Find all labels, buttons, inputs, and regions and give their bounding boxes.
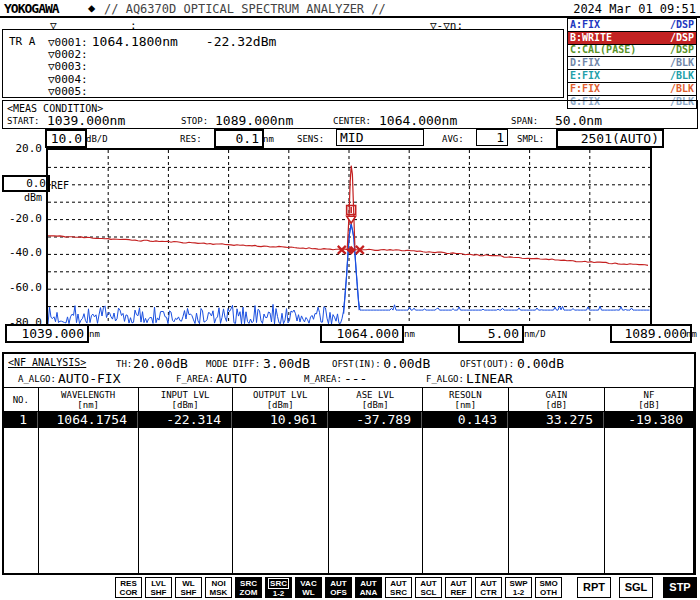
softkey-smo-oth[interactable]: SMOOTH xyxy=(535,577,562,598)
repeat-sweep-button[interactable]: RPT xyxy=(577,577,611,598)
nf-empty-col xyxy=(139,428,233,574)
trace-state-label: A:FIX xyxy=(570,20,600,30)
res-field[interactable]: 0.1 xyxy=(214,129,264,148)
softkey-line1: LVL xyxy=(151,579,166,588)
res-unit: nm xyxy=(263,134,274,144)
nf-param-value: 0.00dB xyxy=(517,356,564,371)
softkey-line1: VAC xyxy=(300,579,316,588)
nf-param-label: OFST(IN): xyxy=(332,359,381,369)
softkey-line1: RES xyxy=(120,579,136,588)
softkey-aut-src[interactable]: AUTSRC xyxy=(385,577,412,598)
osa-screen: YOKOGAWA ◆ // AQ6370D OPTICAL SPECTRUM A… xyxy=(0,0,700,600)
y-tick-20.0: 20.0 xyxy=(0,142,42,155)
softkey-lvl-shf[interactable]: LVLSHF xyxy=(145,577,172,598)
x-start-unit: nm xyxy=(89,329,100,339)
nf-param-label: OFST(OUT): xyxy=(460,359,514,369)
softkey-line2: ZOM xyxy=(240,588,258,597)
softkey-line1: AUT xyxy=(330,579,346,588)
y-axis-unit: dBm xyxy=(0,192,42,203)
spectrum-chart xyxy=(48,150,650,324)
nf-param-value: 20.00dB xyxy=(133,356,188,371)
span-label: SPAN: xyxy=(511,116,538,126)
level-scale-field[interactable]: 10.0 xyxy=(45,129,87,148)
softkey-aut-scl[interactable]: AUTSCL xyxy=(415,577,442,598)
nf-col-input-lvl: INPUT LVL[dBm] xyxy=(139,388,233,411)
meas-condition-box: <MEAS CONDITION> START: 1039.000nm STOP:… xyxy=(2,100,698,129)
brand-logo: YOKOGAWA xyxy=(4,1,59,16)
softkey-line1: AUT xyxy=(420,579,436,588)
softkey-line1: AUT xyxy=(480,579,496,588)
nf-table-header: NO.WAVELENGTH[nm]INPUT LVL[dBm]OUTPUT LV… xyxy=(4,388,693,412)
y-tick--60.0: -60.0 xyxy=(0,281,42,294)
nf-param-label: F_ALGO: xyxy=(426,374,464,384)
center-value: 1064.000nm xyxy=(379,113,457,128)
trace-state-b[interactable]: B:WRITE/DSP xyxy=(567,31,697,45)
trace-state-a[interactable]: A:FIX/DSP xyxy=(567,18,697,32)
softkey-swp-1-2[interactable]: SWP1-2 xyxy=(505,577,532,598)
trace-state-e[interactable]: E:FIX/BLK xyxy=(567,69,697,83)
softkey-line1: SRC xyxy=(240,579,257,588)
trace-display-mode: /DSP xyxy=(670,20,694,30)
marker-id: ▽0005: xyxy=(48,85,88,98)
nf-empty-col xyxy=(509,428,605,574)
avg-label: AVG: xyxy=(442,134,464,144)
y-tick--40.0: -40.0 xyxy=(0,246,42,259)
avg-field[interactable]: 1 xyxy=(476,129,508,146)
ref-level-field[interactable]: 0.0 xyxy=(2,175,50,192)
trace-state-f[interactable]: F:FIX/BLK xyxy=(567,82,697,96)
app-title: // AQ6370D OPTICAL SPECTRUM ANALYZER // xyxy=(104,2,386,16)
single-sweep-button[interactable]: SGL xyxy=(619,577,653,598)
softkey-aut-ctr[interactable]: AUTCTR xyxy=(475,577,502,598)
softkey-wl-shf[interactable]: WLSHF xyxy=(175,577,202,598)
x-start-field[interactable]: 1039.000 xyxy=(5,324,89,343)
nf-col-output-lvl: OUTPUT LVL[dBm] xyxy=(233,388,329,411)
x-stop-unit: nm xyxy=(686,329,697,339)
trace-display-mode: /BLK xyxy=(670,71,694,81)
nf-result-row[interactable]: 11064.1754-22.31410.961-37.7890.14333.27… xyxy=(4,412,693,428)
sens-label: SENS: xyxy=(297,134,324,144)
x-center-field[interactable]: 1064.000 xyxy=(320,324,404,343)
softkey-vac-wl[interactable]: VACWL xyxy=(295,577,322,598)
sens-field[interactable]: MID xyxy=(336,129,424,146)
softkey-line2: SHF xyxy=(151,588,167,597)
nf-param-value: 3.00dB xyxy=(263,356,310,371)
softkey-line1: AUT xyxy=(390,579,406,588)
trace-state-label: E:FIX xyxy=(570,71,600,81)
trace-state-d[interactable]: D:FIX/BLK xyxy=(567,56,697,70)
nf-col-gain: GAIN[dB] xyxy=(509,388,605,411)
nf-cell: -22.314 xyxy=(138,412,232,428)
x-stop-field[interactable]: 1089.000 xyxy=(610,324,692,343)
softkey-aut-ofs[interactable]: AUTOFS xyxy=(325,577,352,598)
softkey-noi-msk[interactable]: NOIMSK xyxy=(205,577,232,598)
softkey-res-cor[interactable]: RESCOR xyxy=(115,577,142,598)
softkey-line2: 1-2 xyxy=(273,589,285,598)
x-div-field[interactable]: 5.00 xyxy=(458,324,524,343)
trace-state-panel: A:FIX/DSPB:WRITE/DSPC:CAL(PASE)/DSPD:FIX… xyxy=(567,19,697,109)
nf-cell: 1064.1754 xyxy=(38,412,138,428)
softkey-line2: CTR xyxy=(480,588,496,597)
trace-state-c[interactable]: C:CAL(PASE)/DSP xyxy=(567,44,697,58)
nf-col-no-: NO. xyxy=(4,388,39,411)
softkey-aut-ref[interactable]: AUTREF xyxy=(445,577,472,598)
smpl-field[interactable]: 2501(AUTO) xyxy=(556,129,664,148)
nf-param-label: A_ALGO: xyxy=(18,374,56,384)
softkey-src-1-2[interactable]: SRC1-2 xyxy=(265,577,292,598)
softkey-line1: AUT xyxy=(450,579,466,588)
softkey-line1: WL xyxy=(182,579,194,588)
nf-col-wavelength: WAVELENGTH[nm] xyxy=(39,388,139,411)
softkey-line2: OTH xyxy=(540,588,557,597)
nf-empty-col xyxy=(423,428,509,574)
nf-analysis-title: <NF ANALYSIS> xyxy=(8,357,86,368)
nf-empty-col xyxy=(4,428,39,574)
softkey-line1: SWP xyxy=(509,579,527,588)
nf-param-value: AUTO-FIX xyxy=(58,371,121,386)
span-value: 50.0nm xyxy=(555,113,602,128)
softkey-line2: SCL xyxy=(421,588,437,597)
nf-col-nf: NF[dB] xyxy=(605,388,693,411)
softkey-line2: ANA xyxy=(360,588,377,597)
marker-level: -22.32dBm xyxy=(206,34,276,49)
softkey-aut-ana[interactable]: AUTANA xyxy=(355,577,382,598)
nf-cell: 1 xyxy=(4,412,38,428)
softkey-src-zom[interactable]: SRCZOM xyxy=(235,577,262,598)
stop-sweep-button[interactable]: STP xyxy=(663,577,697,598)
